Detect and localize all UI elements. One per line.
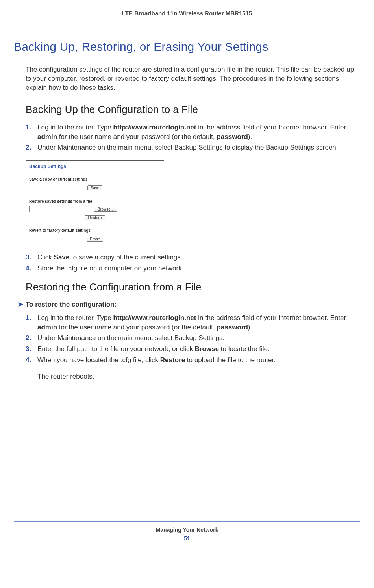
restore-step-2: 2. Under Maintenance on the main menu, s… <box>26 333 360 343</box>
footer-page-number: 51 <box>14 535 360 542</box>
restore-result-text: The router reboots. <box>14 373 360 381</box>
restore-step-4: 4. When you have located the .cfg file, … <box>26 355 360 365</box>
page-footer: Managing Your Network 51 <box>14 521 360 542</box>
panel-title: Backup Settings <box>29 163 161 171</box>
procedure-heading: ➤ To restore the configuration: <box>14 300 360 309</box>
revert-section-label: Revert to factory default settings <box>29 227 161 233</box>
page-title: Backing Up, Restoring, or Erasing Your S… <box>14 40 360 54</box>
backup-settings-screenshot: Backup Settings Save a copy of current s… <box>26 160 164 248</box>
step-number: 1. <box>26 313 31 323</box>
backup-step-3: 3. Click Save to save a copy of the curr… <box>26 253 360 262</box>
step-number: 3. <box>26 344 31 354</box>
backup-step-4: 4. Store the .cfg file on a computer on … <box>26 264 360 273</box>
section-backup-title: Backing Up the Configuration to a File <box>14 104 360 116</box>
restore-button[interactable]: Restore <box>85 215 105 220</box>
file-path-input[interactable] <box>29 206 91 212</box>
procedure-arrow-icon: ➤ <box>18 300 26 309</box>
backup-step-2: 2. Under Maintenance on the main menu, s… <box>26 143 360 152</box>
restore-steps: 1. Log in to the router. Type http://www… <box>14 313 360 365</box>
browse-button[interactable]: Browse... <box>94 207 117 212</box>
doc-header: LTE Broadband 11n Wireless Router MBR151… <box>14 8 360 40</box>
erase-button[interactable]: Erase <box>87 237 103 242</box>
save-button[interactable]: Save <box>87 185 103 190</box>
restore-step-1: 1. Log in to the router. Type http://www… <box>26 313 360 332</box>
step-number: 3. <box>26 253 31 262</box>
restore-section-label: Restore saved settings from a file <box>29 198 161 204</box>
section-restore-title: Restoring the Configuration from a File <box>14 281 360 293</box>
footer-chapter: Managing Your Network <box>14 527 360 533</box>
backup-steps-cont: 3. Click Save to save a copy of the curr… <box>14 253 360 273</box>
step-number: 1. <box>26 123 31 132</box>
step-number: 2. <box>26 333 31 343</box>
step-number: 2. <box>26 143 31 152</box>
step-number: 4. <box>26 355 31 365</box>
step-number: 4. <box>26 264 31 273</box>
intro-paragraph: The configuration settings of the router… <box>14 65 360 92</box>
restore-step-3: 3. Enter the full path to the file on yo… <box>26 344 360 354</box>
backup-step-1: 1. Log in to the router. Type http://www… <box>26 123 360 142</box>
backup-steps: 1. Log in to the router. Type http://www… <box>14 123 360 152</box>
save-section-label: Save a copy of current settings <box>29 176 161 182</box>
